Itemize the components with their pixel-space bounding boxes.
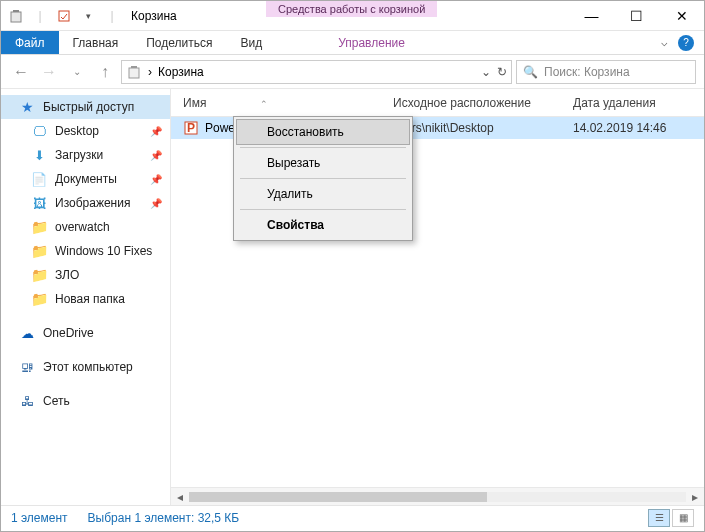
sidebar-item-overwatch[interactable]: 📁 overwatch [1,215,170,239]
menu-item-cut[interactable]: Вырезать [236,150,410,176]
folder-icon: 📁 [31,219,47,235]
quick-access-toolbar: | ▾ | [1,7,121,25]
sidebar-label: overwatch [55,220,110,234]
search-icon: 🔍 [523,65,538,79]
recycle-bin-icon[interactable] [7,7,25,25]
sidebar-item-quick-access[interactable]: ★ Быстрый доступ [1,95,170,119]
back-button[interactable]: ← [9,60,33,84]
window-controls: — ☐ ✕ [569,1,704,31]
pictures-icon: 🖼 [31,195,47,211]
sidebar-item-downloads[interactable]: ⬇ Загрузки 📌 [1,143,170,167]
file-deleted-date: 14.02.2019 14:46 [561,121,704,135]
menu-item-delete[interactable]: Удалить [236,181,410,207]
qat-separator: | [31,7,49,25]
scroll-right-icon[interactable]: ▸ [686,490,704,504]
horizontal-scrollbar[interactable]: ◂ ▸ [171,487,704,505]
breadcrumb-location[interactable]: Корзина [158,65,204,79]
folder-icon: 📁 [31,243,47,259]
powerpoint-icon: P [183,120,199,136]
svg-rect-1 [13,10,19,12]
status-selection: Выбран 1 элемент: 32,5 КБ [88,511,240,525]
properties-icon[interactable] [55,7,73,25]
scroll-thumb[interactable] [189,492,487,502]
sidebar-item-zlo[interactable]: 📁 ЗЛО [1,263,170,287]
menu-separator [240,178,406,179]
menu-separator [240,147,406,148]
menu-separator [240,209,406,210]
qat-dropdown-icon[interactable]: ▾ [79,7,97,25]
svg-rect-2 [59,11,69,21]
menu-item-restore[interactable]: Восстановить [236,119,410,145]
tab-manage[interactable]: Управление [324,31,419,54]
desktop-icon: 🖵 [31,123,47,139]
sidebar-item-thispc[interactable]: 🖳 Этот компьютер [1,355,170,379]
refresh-icon[interactable]: ↻ [497,65,507,79]
svg-rect-3 [129,68,139,78]
tab-view[interactable]: Вид [226,31,276,54]
pin-icon: 📌 [150,174,162,185]
tab-file[interactable]: Файл [1,31,59,54]
search-input[interactable]: 🔍 Поиск: Корзина [516,60,696,84]
breadcrumb-sep: › [148,65,152,79]
svg-rect-0 [11,12,21,22]
sidebar-item-onedrive[interactable]: ☁ OneDrive [1,321,170,345]
pin-icon: 📌 [150,198,162,209]
pin-icon: 📌 [150,126,162,137]
sidebar-label: Изображения [55,196,130,210]
view-switcher: ☰ ▦ [648,509,694,527]
monitor-icon: 🖳 [19,359,35,375]
close-button[interactable]: ✕ [659,1,704,31]
sidebar-item-newfolder[interactable]: 📁 Новая папка [1,287,170,311]
title-bar: | ▾ | Корзина Средства работы с корзиной… [1,1,704,31]
sort-indicator-icon: ⌃ [260,99,268,109]
column-header-date[interactable]: Дата удаления [561,96,704,110]
tab-share[interactable]: Поделиться [132,31,226,54]
icons-view-button[interactable]: ▦ [672,509,694,527]
help-icon[interactable]: ? [678,35,694,51]
recent-dropdown[interactable]: ⌄ [65,60,89,84]
column-headers: Имя ⌃ Исходное расположение Дата удалени… [171,89,704,117]
svg-rect-4 [131,66,137,68]
folder-icon: 📁 [31,267,47,283]
sidebar-label: ЗЛО [55,268,79,282]
scroll-left-icon[interactable]: ◂ [171,490,189,504]
folder-icon: 📁 [31,291,47,307]
sidebar-label: OneDrive [43,326,94,340]
onedrive-icon: ☁ [19,325,35,341]
documents-icon: 📄 [31,171,47,187]
status-count: 1 элемент [11,511,68,525]
address-bar: ← → ⌄ ↑ › Корзина ⌄ ↻ 🔍 Поиск: Корзина [1,55,704,89]
tab-home[interactable]: Главная [59,31,133,54]
column-header-name[interactable]: Имя ⌃ [171,96,381,110]
svg-text:P: P [187,121,195,135]
sidebar-label: Быстрый доступ [43,100,134,114]
sidebar-label: Desktop [55,124,99,138]
forward-button[interactable]: → [37,60,61,84]
maximize-button[interactable]: ☐ [614,1,659,31]
recycle-bin-icon [126,64,142,80]
details-view-button[interactable]: ☰ [648,509,670,527]
sidebar-label: Загрузки [55,148,103,162]
sidebar-label: Этот компьютер [43,360,133,374]
sidebar-item-desktop[interactable]: 🖵 Desktop 📌 [1,119,170,143]
scroll-track[interactable] [189,492,686,502]
address-dropdown-icon[interactable]: ⌄ [481,65,491,79]
qat-divider: | [103,7,121,25]
address-box[interactable]: › Корзина ⌄ ↻ [121,60,512,84]
star-icon: ★ [19,99,35,115]
sidebar-item-win10fixes[interactable]: 📁 Windows 10 Fixes [1,239,170,263]
sidebar-item-network[interactable]: 🖧 Сеть [1,389,170,413]
sidebar-label: Windows 10 Fixes [55,244,152,258]
sidebar-item-documents[interactable]: 📄 Документы 📌 [1,167,170,191]
contextual-tab-label: Средства работы с корзиной [266,1,437,17]
column-header-location[interactable]: Исходное расположение [381,96,561,110]
window-title: Корзина [131,9,177,23]
sidebar-item-pictures[interactable]: 🖼 Изображения 📌 [1,191,170,215]
ribbon-collapse-icon[interactable]: ⌵ [661,36,668,49]
ribbon-tabs: Файл Главная Поделиться Вид Управление ⌵… [1,31,704,55]
search-placeholder: Поиск: Корзина [544,65,630,79]
sidebar-label: Сеть [43,394,70,408]
menu-item-properties[interactable]: Свойства [236,212,410,238]
minimize-button[interactable]: — [569,1,614,31]
up-button[interactable]: ↑ [93,60,117,84]
